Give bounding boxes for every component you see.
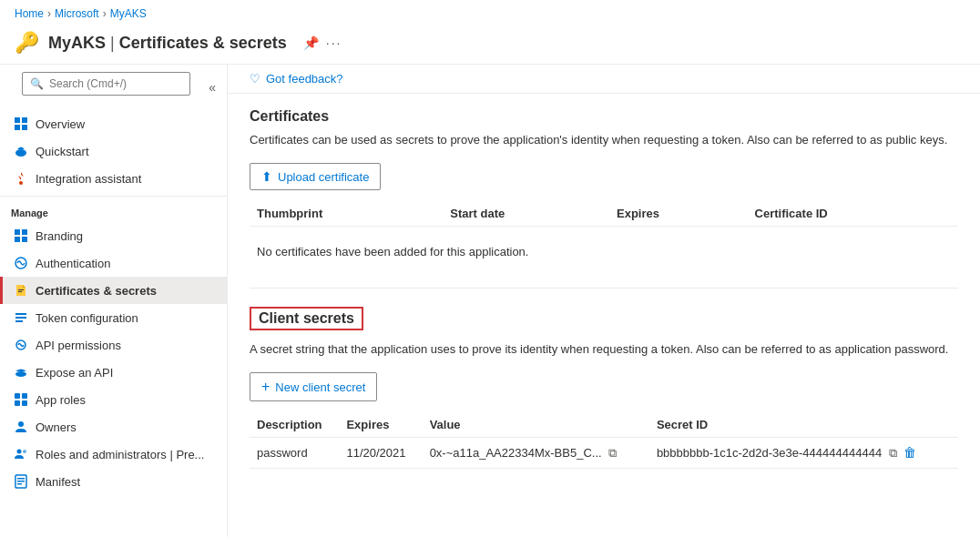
search-input[interactable]: [49, 77, 182, 90]
client-secrets-title: Client secrets: [259, 310, 354, 326]
svg-rect-6: [15, 229, 20, 235]
add-icon: +: [261, 379, 270, 395]
breadcrumb-myaks[interactable]: MyAKS: [110, 7, 147, 20]
integration-icon: [14, 171, 28, 186]
certificates-section: Certificates Certificates can be used as…: [250, 108, 958, 269]
col-startdate: Start date: [443, 201, 609, 227]
search-icon: 🔍: [30, 77, 44, 90]
owners-icon: [14, 420, 28, 434]
api-label: API permissions: [36, 339, 121, 352]
svg-rect-1: [22, 117, 27, 123]
svg-point-24: [23, 450, 26, 453]
branding-icon: [14, 228, 28, 243]
sidebar-item-owners[interactable]: Owners: [0, 413, 227, 441]
breadcrumb: Home › Microsoft › MyAKS: [0, 0, 980, 27]
svg-rect-15: [15, 320, 23, 322]
col-value: Value: [423, 412, 649, 438]
svg-rect-19: [22, 393, 27, 399]
sidebar-item-roles[interactable]: Roles and administrators | Pre...: [0, 441, 227, 468]
sidebar-item-quickstart[interactable]: Quickstart: [0, 137, 227, 165]
breadcrumb-microsoft[interactable]: Microsoft: [55, 7, 99, 20]
pin-icon[interactable]: 📌: [303, 35, 319, 50]
client-secrets-section: Client secrets A secret string that the …: [250, 307, 958, 469]
section-divider: [250, 288, 958, 289]
col-secretid: Secret ID: [649, 412, 958, 438]
client-secrets-table: Description Expires Value Secret ID pass…: [250, 412, 958, 469]
key-icon: 🔑: [15, 31, 39, 55]
copy-value-button[interactable]: ⧉: [608, 446, 617, 460]
expose-icon: [14, 365, 28, 380]
delete-secret-button[interactable]: 🗑: [903, 445, 916, 460]
svg-rect-9: [22, 237, 27, 242]
col-expires: Expires: [609, 201, 748, 227]
svg-rect-11: [18, 289, 24, 290]
col-expires: Expires: [339, 412, 422, 438]
header-actions: 📌 ···: [303, 35, 342, 50]
certificates-table: Thumbprint Start date Expires Certificat…: [250, 201, 958, 227]
branding-label: Branding: [36, 229, 83, 243]
integration-label: Integration assistant: [36, 172, 141, 186]
sidebar-item-integration[interactable]: Integration assistant: [0, 165, 227, 192]
client-secrets-desc: A secret string that the application use…: [250, 341, 958, 358]
svg-rect-12: [18, 291, 22, 292]
overview-label: Overview: [36, 117, 85, 131]
svg-point-23: [17, 450, 22, 454]
svg-rect-2: [15, 125, 20, 130]
expose-label: Expose an API: [36, 366, 113, 380]
sidebar-item-approles[interactable]: App roles: [0, 386, 227, 413]
svg-rect-21: [22, 400, 27, 406]
svg-rect-26: [17, 478, 25, 480]
certificates-title: Certificates: [250, 108, 958, 125]
svg-rect-8: [15, 237, 20, 242]
upload-icon: ⬆: [261, 169, 272, 184]
copy-id-button[interactable]: ⧉: [889, 446, 897, 460]
sidebar-item-certificates[interactable]: Certificates & secrets: [0, 277, 227, 304]
new-client-secret-button[interactable]: + New client secret: [250, 372, 377, 401]
token-label: Token configuration: [36, 311, 138, 325]
sidebar-item-authentication[interactable]: Authentication: [0, 249, 227, 277]
manage-section-label: Manage: [0, 196, 227, 222]
svg-point-4: [15, 149, 26, 157]
certificates-empty-message: No certificates have been added for this…: [250, 234, 958, 269]
secret-value: 0x-~a11a_AA22334Mx-BB5_C... ⧉: [423, 438, 649, 469]
owners-label: Owners: [36, 420, 77, 434]
approles-icon: [14, 392, 28, 407]
quickstart-icon: [14, 144, 28, 158]
svg-rect-20: [15, 400, 20, 406]
svg-rect-14: [15, 317, 26, 319]
secret-expires: 11/20/2021: [339, 438, 422, 469]
upload-certificate-button[interactable]: ⬆ Upload certificate: [250, 163, 381, 190]
roles-icon: [14, 447, 28, 461]
svg-rect-18: [15, 393, 20, 399]
quickstart-label: Quickstart: [36, 145, 89, 158]
sidebar-item-api[interactable]: API permissions: [0, 331, 227, 359]
table-row: password 11/20/2021 0x-~a11a_AA22334Mx-B…: [250, 438, 958, 469]
api-icon: [14, 338, 28, 352]
secret-description: password: [250, 438, 339, 469]
sidebar-item-expose[interactable]: Expose an API: [0, 359, 227, 386]
roles-label: Roles and administrators | Pre...: [36, 448, 204, 461]
sidebar-item-token[interactable]: Token configuration: [0, 304, 227, 331]
svg-rect-0: [15, 117, 20, 123]
feedback-link[interactable]: Got feedback?: [266, 72, 343, 86]
authentication-icon: [14, 256, 28, 270]
breadcrumb-home[interactable]: Home: [15, 7, 44, 20]
approles-label: App roles: [36, 393, 86, 407]
svg-rect-7: [22, 229, 27, 235]
manifest-icon: [14, 474, 28, 489]
svg-rect-13: [15, 313, 26, 315]
sidebar-item-overview[interactable]: Overview: [0, 110, 227, 137]
sidebar-item-manifest[interactable]: Manifest: [0, 468, 227, 495]
token-icon: [14, 310, 28, 325]
page-header: 🔑 MyAKS | Certificates & secrets 📌 ···: [0, 27, 980, 65]
svg-rect-27: [17, 481, 25, 482]
collapse-sidebar-button[interactable]: «: [209, 80, 216, 95]
svg-rect-3: [22, 125, 27, 130]
authentication-label: Authentication: [36, 257, 110, 270]
sidebar-item-branding[interactable]: Branding: [0, 222, 227, 249]
col-description: Description: [250, 412, 339, 438]
more-icon[interactable]: ···: [326, 35, 342, 50]
col-thumbprint: Thumbprint: [250, 201, 443, 227]
svg-point-5: [19, 181, 23, 185]
svg-point-17: [15, 371, 26, 377]
